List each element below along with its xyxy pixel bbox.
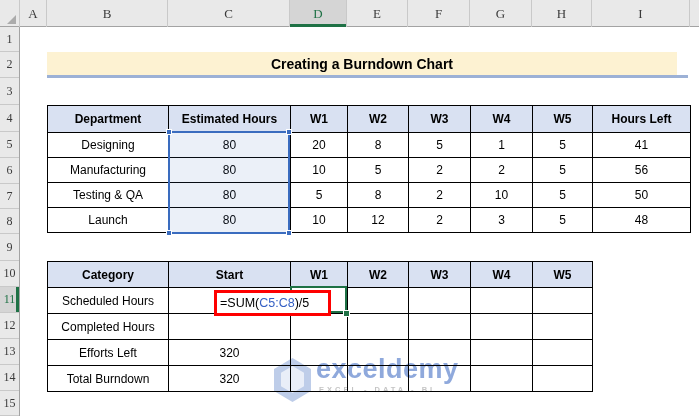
- row-header-2[interactable]: 2: [0, 52, 19, 78]
- header-cell[interactable]: W5: [533, 262, 593, 288]
- cell[interactable]: 8: [348, 133, 409, 158]
- column-header-F[interactable]: F: [408, 0, 470, 27]
- cell[interactable]: 12: [348, 208, 409, 233]
- cell[interactable]: [533, 288, 593, 314]
- row-header-9[interactable]: 9: [0, 234, 19, 261]
- row-header-6[interactable]: 6: [0, 158, 19, 184]
- cell[interactable]: 2: [409, 183, 471, 208]
- cell[interactable]: 2: [409, 158, 471, 183]
- column-header-D[interactable]: D: [290, 0, 347, 27]
- header-cell[interactable]: W1: [291, 106, 348, 133]
- cell[interactable]: 3: [471, 208, 533, 233]
- sheet-title-cell[interactable]: Creating a Burndown Chart: [47, 52, 677, 75]
- column-header-I[interactable]: I: [592, 0, 690, 27]
- cell[interactable]: [471, 340, 533, 366]
- cell[interactable]: [409, 314, 471, 340]
- cell[interactable]: 2: [471, 158, 533, 183]
- formula-suffix: )/5: [295, 296, 310, 310]
- cell[interactable]: 5: [291, 183, 348, 208]
- row-header-5[interactable]: 5: [0, 132, 19, 158]
- cell[interactable]: 20: [291, 133, 348, 158]
- cell[interactable]: 320: [169, 340, 291, 366]
- row-header-11[interactable]: 11: [0, 287, 19, 313]
- cell[interactable]: [291, 314, 348, 340]
- range-reference-highlight[interactable]: [168, 131, 290, 234]
- row-header-8[interactable]: 8: [0, 209, 19, 234]
- row-header-7[interactable]: 7: [0, 184, 19, 209]
- column-header-B[interactable]: B: [47, 0, 168, 27]
- header-cell[interactable]: W4: [471, 106, 533, 133]
- row-header-10[interactable]: 10: [0, 261, 19, 287]
- row-header-15[interactable]: 15: [0, 391, 19, 416]
- select-all-corner[interactable]: [0, 0, 20, 27]
- cell[interactable]: 5: [533, 133, 593, 158]
- cell[interactable]: 56: [593, 158, 691, 183]
- cell[interactable]: [169, 314, 291, 340]
- column-header-G[interactable]: G: [470, 0, 532, 27]
- formula-prefix: =SUM(: [220, 296, 259, 310]
- cell[interactable]: 5: [409, 133, 471, 158]
- header-cell[interactable]: W3: [409, 262, 471, 288]
- range-handle[interactable]: [166, 230, 172, 236]
- cell[interactable]: [533, 366, 593, 392]
- cell[interactable]: Testing & QA: [48, 183, 169, 208]
- cell[interactable]: Designing: [48, 133, 169, 158]
- cell[interactable]: 5: [348, 158, 409, 183]
- cell[interactable]: [533, 314, 593, 340]
- header-cell[interactable]: Hours Left: [593, 106, 691, 133]
- row-header-4[interactable]: 4: [0, 105, 19, 132]
- cell[interactable]: 50: [593, 183, 691, 208]
- fill-handle[interactable]: [343, 310, 350, 317]
- header-cell[interactable]: Category: [48, 262, 169, 288]
- range-handle[interactable]: [286, 129, 292, 135]
- cell-edit-formula[interactable]: =SUM(C5:C8)/5: [220, 296, 309, 310]
- cell[interactable]: Manufacturing: [48, 158, 169, 183]
- cell[interactable]: [348, 314, 409, 340]
- cell[interactable]: 5: [533, 208, 593, 233]
- cell[interactable]: 10: [291, 158, 348, 183]
- cell[interactable]: [409, 288, 471, 314]
- column-header-H[interactable]: H: [532, 0, 592, 27]
- column-header-E[interactable]: E: [347, 0, 408, 27]
- cell[interactable]: Scheduled Hours: [48, 288, 169, 314]
- cell[interactable]: 8: [348, 183, 409, 208]
- row-header-13[interactable]: 13: [0, 339, 19, 365]
- header-cell[interactable]: Start: [169, 262, 291, 288]
- header-cell[interactable]: W2: [348, 262, 409, 288]
- range-handle[interactable]: [166, 129, 172, 135]
- header-cell[interactable]: W3: [409, 106, 471, 133]
- column-header-C[interactable]: C: [168, 0, 290, 27]
- cell[interactable]: 5: [533, 183, 593, 208]
- header-cell[interactable]: W5: [533, 106, 593, 133]
- cell[interactable]: Completed Hours: [48, 314, 169, 340]
- column-header-A[interactable]: A: [20, 0, 47, 27]
- cell[interactable]: [471, 314, 533, 340]
- row-header-1[interactable]: 1: [0, 27, 19, 52]
- header-cell[interactable]: W4: [471, 262, 533, 288]
- cell[interactable]: 41: [593, 133, 691, 158]
- cell[interactable]: Efforts Left: [48, 340, 169, 366]
- header-cell[interactable]: W2: [348, 106, 409, 133]
- row-header-14[interactable]: 14: [0, 365, 19, 391]
- header-cell[interactable]: Estimated Hours: [169, 106, 291, 133]
- row-header-3[interactable]: 3: [0, 78, 19, 105]
- cell[interactable]: Total Burndown: [48, 366, 169, 392]
- cell[interactable]: 5: [533, 158, 593, 183]
- cell[interactable]: 1: [471, 133, 533, 158]
- header-cell[interactable]: W1: [291, 262, 348, 288]
- cell[interactable]: 10: [471, 183, 533, 208]
- cell[interactable]: 10: [291, 208, 348, 233]
- range-handle[interactable]: [286, 230, 292, 236]
- cell[interactable]: 320: [169, 366, 291, 392]
- cell[interactable]: [533, 340, 593, 366]
- header-cell[interactable]: Department: [48, 106, 169, 133]
- cell[interactable]: [471, 288, 533, 314]
- cell[interactable]: [348, 288, 409, 314]
- row-header-12[interactable]: 12: [0, 313, 19, 339]
- cell[interactable]: 48: [593, 208, 691, 233]
- cell[interactable]: [471, 366, 533, 392]
- cell[interactable]: 2: [409, 208, 471, 233]
- column-header-strip: ABCDEFGHI: [0, 0, 699, 27]
- exceldemy-watermark: exceldemy EXCEL - DATA - BI: [274, 355, 459, 402]
- cell[interactable]: Launch: [48, 208, 169, 233]
